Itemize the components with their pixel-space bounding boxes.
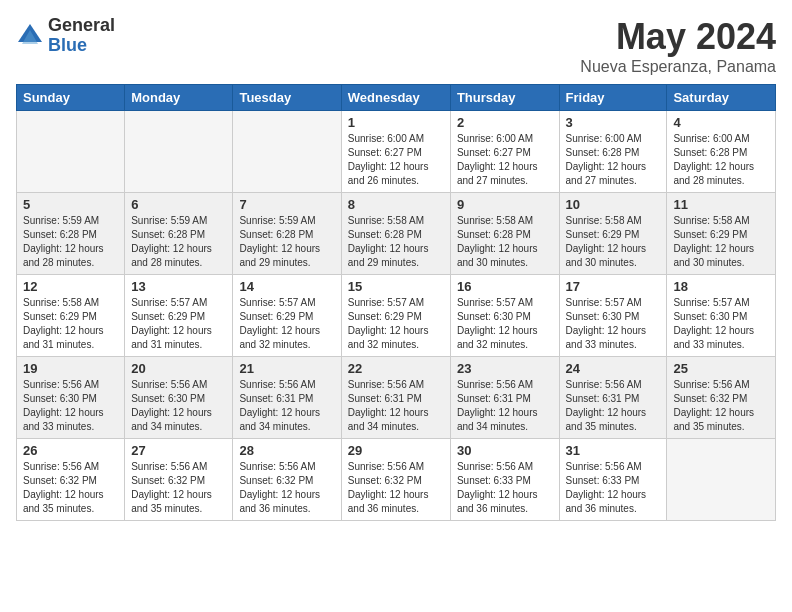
calendar-cell: 16Sunrise: 5:57 AM Sunset: 6:30 PM Dayli… — [450, 275, 559, 357]
day-number: 12 — [23, 279, 118, 294]
calendar-cell: 25Sunrise: 5:56 AM Sunset: 6:32 PM Dayli… — [667, 357, 776, 439]
calendar-cell: 1Sunrise: 6:00 AM Sunset: 6:27 PM Daylig… — [341, 111, 450, 193]
day-info: Sunrise: 5:56 AM Sunset: 6:32 PM Dayligh… — [131, 460, 226, 516]
calendar-cell: 30Sunrise: 5:56 AM Sunset: 6:33 PM Dayli… — [450, 439, 559, 521]
calendar-cell: 11Sunrise: 5:58 AM Sunset: 6:29 PM Dayli… — [667, 193, 776, 275]
day-number: 5 — [23, 197, 118, 212]
main-title: May 2024 — [580, 16, 776, 58]
day-info: Sunrise: 5:56 AM Sunset: 6:33 PM Dayligh… — [457, 460, 553, 516]
day-info: Sunrise: 5:56 AM Sunset: 6:31 PM Dayligh… — [457, 378, 553, 434]
weekday-header-thursday: Thursday — [450, 85, 559, 111]
calendar-cell: 14Sunrise: 5:57 AM Sunset: 6:29 PM Dayli… — [233, 275, 341, 357]
calendar-cell: 4Sunrise: 6:00 AM Sunset: 6:28 PM Daylig… — [667, 111, 776, 193]
day-number: 18 — [673, 279, 769, 294]
day-number: 16 — [457, 279, 553, 294]
day-info: Sunrise: 5:59 AM Sunset: 6:28 PM Dayligh… — [23, 214, 118, 270]
calendar-cell: 22Sunrise: 5:56 AM Sunset: 6:31 PM Dayli… — [341, 357, 450, 439]
day-number: 21 — [239, 361, 334, 376]
day-info: Sunrise: 5:56 AM Sunset: 6:32 PM Dayligh… — [348, 460, 444, 516]
calendar-week-row: 26Sunrise: 5:56 AM Sunset: 6:32 PM Dayli… — [17, 439, 776, 521]
calendar-cell: 2Sunrise: 6:00 AM Sunset: 6:27 PM Daylig… — [450, 111, 559, 193]
calendar-cell: 27Sunrise: 5:56 AM Sunset: 6:32 PM Dayli… — [125, 439, 233, 521]
calendar-cell: 5Sunrise: 5:59 AM Sunset: 6:28 PM Daylig… — [17, 193, 125, 275]
day-info: Sunrise: 6:00 AM Sunset: 6:28 PM Dayligh… — [566, 132, 661, 188]
day-number: 24 — [566, 361, 661, 376]
day-number: 1 — [348, 115, 444, 130]
calendar-cell: 8Sunrise: 5:58 AM Sunset: 6:28 PM Daylig… — [341, 193, 450, 275]
day-info: Sunrise: 5:56 AM Sunset: 6:31 PM Dayligh… — [239, 378, 334, 434]
calendar-cell: 28Sunrise: 5:56 AM Sunset: 6:32 PM Dayli… — [233, 439, 341, 521]
day-number: 9 — [457, 197, 553, 212]
day-info: Sunrise: 5:56 AM Sunset: 6:30 PM Dayligh… — [23, 378, 118, 434]
day-number: 7 — [239, 197, 334, 212]
day-info: Sunrise: 5:57 AM Sunset: 6:30 PM Dayligh… — [457, 296, 553, 352]
day-number: 29 — [348, 443, 444, 458]
calendar-cell — [17, 111, 125, 193]
calendar-cell: 26Sunrise: 5:56 AM Sunset: 6:32 PM Dayli… — [17, 439, 125, 521]
day-info: Sunrise: 5:57 AM Sunset: 6:29 PM Dayligh… — [239, 296, 334, 352]
day-number: 23 — [457, 361, 553, 376]
calendar-cell: 12Sunrise: 5:58 AM Sunset: 6:29 PM Dayli… — [17, 275, 125, 357]
calendar-cell — [233, 111, 341, 193]
logo-general-text: General — [48, 16, 115, 36]
day-number: 14 — [239, 279, 334, 294]
calendar-cell: 24Sunrise: 5:56 AM Sunset: 6:31 PM Dayli… — [559, 357, 667, 439]
day-info: Sunrise: 5:58 AM Sunset: 6:29 PM Dayligh… — [566, 214, 661, 270]
day-info: Sunrise: 6:00 AM Sunset: 6:27 PM Dayligh… — [348, 132, 444, 188]
day-number: 19 — [23, 361, 118, 376]
day-info: Sunrise: 5:59 AM Sunset: 6:28 PM Dayligh… — [131, 214, 226, 270]
day-number: 26 — [23, 443, 118, 458]
calendar-cell: 21Sunrise: 5:56 AM Sunset: 6:31 PM Dayli… — [233, 357, 341, 439]
day-info: Sunrise: 5:56 AM Sunset: 6:32 PM Dayligh… — [239, 460, 334, 516]
calendar-cell: 15Sunrise: 5:57 AM Sunset: 6:29 PM Dayli… — [341, 275, 450, 357]
calendar-cell: 10Sunrise: 5:58 AM Sunset: 6:29 PM Dayli… — [559, 193, 667, 275]
day-number: 2 — [457, 115, 553, 130]
day-info: Sunrise: 5:58 AM Sunset: 6:28 PM Dayligh… — [457, 214, 553, 270]
weekday-header-sunday: Sunday — [17, 85, 125, 111]
weekday-header-wednesday: Wednesday — [341, 85, 450, 111]
weekday-header-saturday: Saturday — [667, 85, 776, 111]
calendar-table: SundayMondayTuesdayWednesdayThursdayFrid… — [16, 84, 776, 521]
day-info: Sunrise: 5:56 AM Sunset: 6:31 PM Dayligh… — [348, 378, 444, 434]
day-number: 3 — [566, 115, 661, 130]
calendar-cell — [125, 111, 233, 193]
calendar-week-row: 19Sunrise: 5:56 AM Sunset: 6:30 PM Dayli… — [17, 357, 776, 439]
calendar-cell: 29Sunrise: 5:56 AM Sunset: 6:32 PM Dayli… — [341, 439, 450, 521]
weekday-header-tuesday: Tuesday — [233, 85, 341, 111]
calendar-cell: 6Sunrise: 5:59 AM Sunset: 6:28 PM Daylig… — [125, 193, 233, 275]
day-number: 15 — [348, 279, 444, 294]
calendar-cell: 19Sunrise: 5:56 AM Sunset: 6:30 PM Dayli… — [17, 357, 125, 439]
calendar-cell: 20Sunrise: 5:56 AM Sunset: 6:30 PM Dayli… — [125, 357, 233, 439]
weekday-header-friday: Friday — [559, 85, 667, 111]
day-info: Sunrise: 5:56 AM Sunset: 6:31 PM Dayligh… — [566, 378, 661, 434]
calendar-cell: 23Sunrise: 5:56 AM Sunset: 6:31 PM Dayli… — [450, 357, 559, 439]
day-number: 30 — [457, 443, 553, 458]
day-info: Sunrise: 5:57 AM Sunset: 6:30 PM Dayligh… — [566, 296, 661, 352]
day-number: 4 — [673, 115, 769, 130]
day-info: Sunrise: 5:56 AM Sunset: 6:32 PM Dayligh… — [23, 460, 118, 516]
day-info: Sunrise: 5:56 AM Sunset: 6:33 PM Dayligh… — [566, 460, 661, 516]
day-number: 27 — [131, 443, 226, 458]
weekday-header-row: SundayMondayTuesdayWednesdayThursdayFrid… — [17, 85, 776, 111]
day-info: Sunrise: 6:00 AM Sunset: 6:28 PM Dayligh… — [673, 132, 769, 188]
day-info: Sunrise: 5:56 AM Sunset: 6:30 PM Dayligh… — [131, 378, 226, 434]
day-number: 22 — [348, 361, 444, 376]
calendar-week-row: 12Sunrise: 5:58 AM Sunset: 6:29 PM Dayli… — [17, 275, 776, 357]
day-number: 13 — [131, 279, 226, 294]
calendar-week-row: 5Sunrise: 5:59 AM Sunset: 6:28 PM Daylig… — [17, 193, 776, 275]
day-number: 17 — [566, 279, 661, 294]
calendar-cell: 3Sunrise: 6:00 AM Sunset: 6:28 PM Daylig… — [559, 111, 667, 193]
page-header: General Blue May 2024 Nueva Esperanza, P… — [16, 16, 776, 76]
day-info: Sunrise: 5:59 AM Sunset: 6:28 PM Dayligh… — [239, 214, 334, 270]
logo-text: General Blue — [48, 16, 115, 56]
day-number: 20 — [131, 361, 226, 376]
logo-icon — [16, 22, 44, 50]
day-info: Sunrise: 6:00 AM Sunset: 6:27 PM Dayligh… — [457, 132, 553, 188]
day-info: Sunrise: 5:58 AM Sunset: 6:28 PM Dayligh… — [348, 214, 444, 270]
calendar-cell: 7Sunrise: 5:59 AM Sunset: 6:28 PM Daylig… — [233, 193, 341, 275]
calendar-week-row: 1Sunrise: 6:00 AM Sunset: 6:27 PM Daylig… — [17, 111, 776, 193]
calendar-cell: 18Sunrise: 5:57 AM Sunset: 6:30 PM Dayli… — [667, 275, 776, 357]
day-info: Sunrise: 5:57 AM Sunset: 6:30 PM Dayligh… — [673, 296, 769, 352]
day-number: 28 — [239, 443, 334, 458]
title-section: May 2024 Nueva Esperanza, Panama — [580, 16, 776, 76]
